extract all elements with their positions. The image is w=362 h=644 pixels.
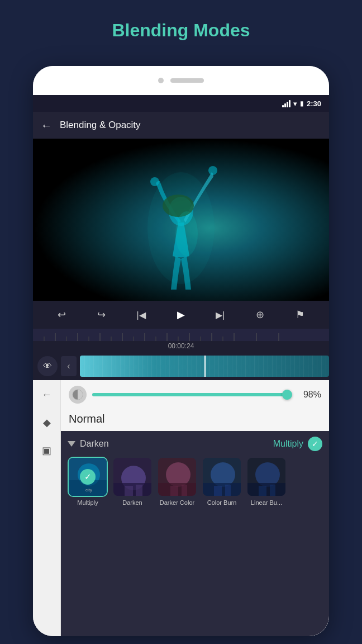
video-clip[interactable] <box>80 356 329 377</box>
svg-rect-37 <box>136 485 142 497</box>
svg-rect-47 <box>225 485 231 497</box>
ruler-ticks <box>33 329 329 341</box>
thumbnail-multiply-img: city ✓ <box>68 457 108 497</box>
thumbnail-label-darker-color: Darker Color <box>160 499 194 506</box>
svg-rect-51 <box>259 486 266 497</box>
darken-section: Darken Multiply ✓ <box>61 431 329 636</box>
page-title: Blending Modes <box>0 0 362 56</box>
svg-point-5 <box>208 166 217 175</box>
opacity-icon <box>69 386 87 404</box>
thumbnail-darker-color[interactable]: Darker Color <box>157 457 197 506</box>
track-nav-left[interactable]: ‹ <box>61 356 77 376</box>
thumbnail-label-darken: Darken <box>122 499 142 506</box>
timecode-display: 00:00:24 <box>33 341 329 352</box>
speaker-bar <box>170 78 204 83</box>
opacity-fill <box>92 393 287 396</box>
opacity-value: 98% <box>297 390 321 400</box>
svg-point-3 <box>175 211 198 256</box>
signal-bar-2 <box>284 103 286 107</box>
video-preview <box>33 139 329 301</box>
status-time: 2:30 <box>307 100 321 108</box>
darken-thumbnail-svg <box>113 458 153 497</box>
left-sidebar: ← ◆ ▣ <box>33 380 61 636</box>
thumbnail-multiply[interactable]: city ✓ Multiply <box>68 457 108 506</box>
wifi-icon: ▾ <box>293 100 297 108</box>
linear-burn-thumbnail-svg <box>247 458 287 497</box>
thumbnail-linear-burn[interactable]: Linear Bu... <box>246 457 287 506</box>
opacity-row: 98% <box>61 380 329 409</box>
add-clip-button[interactable]: ⊕ <box>256 309 264 321</box>
svg-rect-50 <box>247 483 287 497</box>
blend-mode-thumbnails: city ✓ Multiply <box>68 457 322 508</box>
nav-title: Blending & Opacity <box>60 120 141 131</box>
svg-point-4 <box>150 177 159 186</box>
dancer-figure <box>125 155 237 301</box>
opacity-thumb[interactable] <box>282 390 292 400</box>
darken-header-right: Multiply ✓ <box>273 437 322 451</box>
svg-rect-45 <box>203 483 242 497</box>
signal-icon <box>282 100 290 107</box>
thumbnail-color-burn[interactable]: Color Burn <box>202 457 242 506</box>
active-blend-mode-label: Multiply <box>273 439 303 449</box>
thumbnail-darker-color-img <box>157 457 197 497</box>
thumbnail-check-multiply: ✓ <box>80 469 96 485</box>
svg-rect-42 <box>182 485 187 497</box>
darken-section-label: Darken <box>80 439 109 449</box>
timeline-track: 👁 ‹ <box>33 352 329 380</box>
thumbnail-color-burn-img <box>202 457 242 497</box>
svg-rect-52 <box>270 485 275 497</box>
panel-area: ← ◆ ▣ <box>33 380 329 636</box>
timeline-area: 00:00:24 👁 ‹ <box>33 329 329 380</box>
thumbnail-darken-img <box>112 457 153 497</box>
color-burn-thumbnail-svg <box>203 458 242 497</box>
speaker-dot <box>158 78 164 83</box>
playhead <box>204 356 206 377</box>
bookmark-button[interactable]: ⚑ <box>296 309 304 321</box>
svg-rect-41 <box>170 486 178 497</box>
redo-button[interactable]: ↪ <box>97 309 106 321</box>
signal-bar-1 <box>282 105 284 107</box>
timeline-ruler <box>33 329 329 341</box>
svg-rect-46 <box>214 486 222 497</box>
playback-controls: ↩ ↪ |◀ ▶ ▶| ⊕ ⚑ <box>33 301 329 329</box>
darker-color-thumbnail-svg <box>158 458 197 497</box>
battery-icon: ▮ <box>300 100 304 107</box>
signal-bar-4 <box>289 100 290 107</box>
right-panel: 98% Normal Darken Multiply ✓ <box>61 380 329 636</box>
go-end-button[interactable]: ▶| <box>216 310 225 320</box>
phone-screen: ▾ ▮ 2:30 ← Blending & Opacity <box>33 95 329 636</box>
go-start-button[interactable]: |◀ <box>137 310 146 320</box>
play-button[interactable]: ▶ <box>177 309 185 321</box>
clip-settings-button[interactable]: ▣ <box>38 442 56 460</box>
thumbnail-label-color-burn: Color Burn <box>207 499 237 506</box>
svg-rect-36 <box>125 486 133 497</box>
svg-text:city: city <box>85 487 92 493</box>
eye-button[interactable]: 👁 <box>37 356 58 376</box>
top-nav: ← Blending & Opacity <box>33 112 329 139</box>
thumbnail-label-multiply: Multiply <box>77 499 98 506</box>
active-check-icon: ✓ <box>308 437 322 451</box>
thumbnail-label-linear-burn: Linear Bu... <box>251 499 282 506</box>
undo-button[interactable]: ↩ <box>58 309 66 321</box>
add-effect-button[interactable]: ◆ <box>38 414 56 432</box>
blend-mode-current-label: Normal <box>61 409 329 431</box>
status-icons: ▾ ▮ 2:30 <box>282 100 321 108</box>
video-background <box>33 139 329 301</box>
back-to-timeline-button[interactable]: ← <box>38 386 56 404</box>
status-bar: ▾ ▮ 2:30 <box>33 95 329 112</box>
opacity-slider[interactable] <box>92 393 291 396</box>
phone-frame: ▾ ▮ 2:30 ← Blending & Opacity <box>33 66 329 636</box>
phone-top-bezel <box>33 66 329 95</box>
collapse-icon[interactable] <box>68 441 75 447</box>
darken-header: Darken Multiply ✓ <box>68 437 322 451</box>
darken-header-left: Darken <box>68 439 109 449</box>
opacity-circle-icon <box>72 389 83 400</box>
signal-bar-3 <box>287 102 288 107</box>
back-button[interactable]: ← <box>41 119 52 132</box>
thumbnail-linear-burn-img <box>246 457 287 497</box>
thumbnail-darken[interactable]: Darken <box>112 457 153 506</box>
